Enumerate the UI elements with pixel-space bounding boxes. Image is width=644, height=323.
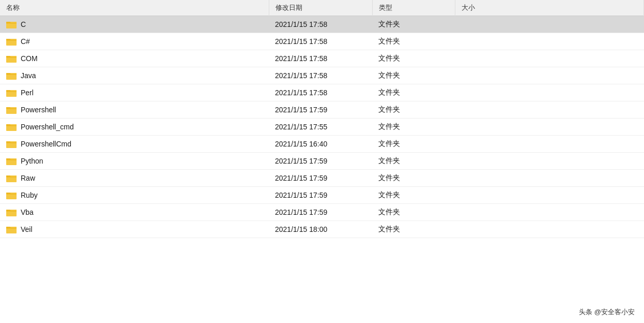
file-name-cell: Veil xyxy=(0,221,269,238)
file-name-label: Powershell_cmd xyxy=(21,123,74,131)
file-date-cell: 2021/1/15 16:40 xyxy=(269,136,372,153)
table-row[interactable]: COM2021/1/15 17:58文件夹 xyxy=(0,50,644,67)
file-name-cell: Python xyxy=(0,153,269,170)
file-type-cell: 文件夹 xyxy=(372,33,455,50)
file-name-cell: Java xyxy=(0,67,269,84)
file-date-cell: 2021/1/15 18:00 xyxy=(269,221,372,238)
file-name-cell: Perl xyxy=(0,84,269,101)
file-type-cell: 文件夹 xyxy=(372,221,455,238)
file-size-cell xyxy=(455,153,644,170)
folder-icon xyxy=(6,71,17,80)
file-type-cell: 文件夹 xyxy=(372,84,455,101)
file-type-cell: 文件夹 xyxy=(372,170,455,187)
table-row[interactable]: Vba2021/1/15 17:59文件夹 xyxy=(0,204,644,221)
file-type-cell: 文件夹 xyxy=(372,67,455,84)
file-date-cell: 2021/1/15 17:59 xyxy=(269,153,372,170)
file-type-cell: 文件夹 xyxy=(372,136,455,153)
file-name-label: PowershellCmd xyxy=(21,140,71,148)
file-name-label: C# xyxy=(21,37,30,46)
file-name-label: Python xyxy=(21,157,43,165)
file-type-cell: 文件夹 xyxy=(372,187,455,204)
file-name-cell: Powershell_cmd xyxy=(0,119,269,136)
folder-icon xyxy=(6,191,17,199)
file-table: 名称 修改日期 类型 大小 C2021/1/15 17:58文件夹 C#2021… xyxy=(0,0,644,238)
column-header-date[interactable]: 修改日期 xyxy=(269,0,372,16)
file-type-cell: 文件夹 xyxy=(372,153,455,170)
file-size-cell xyxy=(455,221,644,238)
table-row[interactable]: C2021/1/15 17:58文件夹 xyxy=(0,16,644,33)
file-size-cell xyxy=(455,16,644,33)
file-name-label: Vba xyxy=(21,208,34,216)
file-name-cell: PowershellCmd xyxy=(0,136,269,153)
table-row[interactable]: Raw2021/1/15 17:59文件夹 xyxy=(0,170,644,187)
file-name-label: Powershell xyxy=(21,106,56,114)
folder-icon xyxy=(6,37,17,46)
file-size-cell xyxy=(455,136,644,153)
file-size-cell xyxy=(455,50,644,67)
table-row[interactable]: Perl2021/1/15 17:58文件夹 xyxy=(0,84,644,101)
table-row[interactable]: Ruby2021/1/15 17:59文件夹 xyxy=(0,187,644,204)
table-row[interactable]: Veil2021/1/15 18:00文件夹 xyxy=(0,221,644,238)
file-date-cell: 2021/1/15 17:59 xyxy=(269,204,372,221)
table-row[interactable]: PowershellCmd2021/1/15 16:40文件夹 xyxy=(0,136,644,153)
file-size-cell xyxy=(455,187,644,204)
file-name-label: Raw xyxy=(21,174,35,182)
folder-icon xyxy=(6,225,17,233)
file-date-cell: 2021/1/15 17:59 xyxy=(269,101,372,119)
column-header-type[interactable]: 类型 xyxy=(372,0,455,16)
file-size-cell xyxy=(455,119,644,136)
file-size-cell xyxy=(455,33,644,50)
file-size-cell xyxy=(455,170,644,187)
file-date-cell: 2021/1/15 17:58 xyxy=(269,84,372,101)
file-name-label: C xyxy=(21,20,26,28)
file-date-cell: 2021/1/15 17:58 xyxy=(269,33,372,50)
folder-icon xyxy=(6,174,17,182)
file-type-cell: 文件夹 xyxy=(372,16,455,33)
file-size-cell xyxy=(455,67,644,84)
folder-icon xyxy=(6,106,17,114)
file-name-cell: COM xyxy=(0,50,269,67)
file-name-label: Java xyxy=(21,71,36,80)
file-date-cell: 2021/1/15 17:55 xyxy=(269,119,372,136)
folder-icon xyxy=(6,20,17,28)
table-row[interactable]: Java2021/1/15 17:58文件夹 xyxy=(0,67,644,84)
file-name-cell: Vba xyxy=(0,204,269,221)
file-date-cell: 2021/1/15 17:58 xyxy=(269,67,372,84)
table-header-row: 名称 修改日期 类型 大小 xyxy=(0,0,644,16)
folder-icon xyxy=(6,54,17,63)
file-date-cell: 2021/1/15 17:59 xyxy=(269,170,372,187)
file-date-cell: 2021/1/15 17:58 xyxy=(269,50,372,67)
folder-icon xyxy=(6,123,17,131)
file-name-label: Veil xyxy=(21,225,33,233)
file-name-cell: Raw xyxy=(0,170,269,187)
folder-icon xyxy=(6,89,17,97)
file-type-cell: 文件夹 xyxy=(372,50,455,67)
file-type-cell: 文件夹 xyxy=(372,119,455,136)
table-row[interactable]: Powershell2021/1/15 17:59文件夹 xyxy=(0,101,644,119)
column-header-name[interactable]: 名称 xyxy=(0,0,269,16)
table-row[interactable]: C#2021/1/15 17:58文件夹 xyxy=(0,33,644,50)
file-size-cell xyxy=(455,101,644,119)
file-explorer: 名称 修改日期 类型 大小 C2021/1/15 17:58文件夹 C#2021… xyxy=(0,0,644,323)
file-type-cell: 文件夹 xyxy=(372,101,455,119)
file-name-cell: Powershell xyxy=(0,101,269,119)
file-size-cell xyxy=(455,204,644,221)
file-date-cell: 2021/1/15 17:58 xyxy=(269,16,372,33)
file-date-cell: 2021/1/15 17:59 xyxy=(269,187,372,204)
watermark: 头条 @安全客小安 xyxy=(579,307,635,317)
file-size-cell xyxy=(455,84,644,101)
file-name-label: COM xyxy=(21,54,38,63)
folder-icon xyxy=(6,140,17,148)
table-row[interactable]: Powershell_cmd2021/1/15 17:55文件夹 xyxy=(0,119,644,136)
file-type-cell: 文件夹 xyxy=(372,204,455,221)
file-name-cell: C xyxy=(0,16,269,33)
folder-icon xyxy=(6,208,17,216)
file-name-label: Perl xyxy=(21,89,34,97)
folder-icon xyxy=(6,157,17,165)
column-header-size[interactable]: 大小 xyxy=(455,0,644,16)
file-name-label: Ruby xyxy=(21,191,38,199)
table-container: 名称 修改日期 类型 大小 C2021/1/15 17:58文件夹 C#2021… xyxy=(0,0,644,323)
table-row[interactable]: Python2021/1/15 17:59文件夹 xyxy=(0,153,644,170)
file-name-cell: C# xyxy=(0,33,269,50)
file-name-cell: Ruby xyxy=(0,187,269,204)
